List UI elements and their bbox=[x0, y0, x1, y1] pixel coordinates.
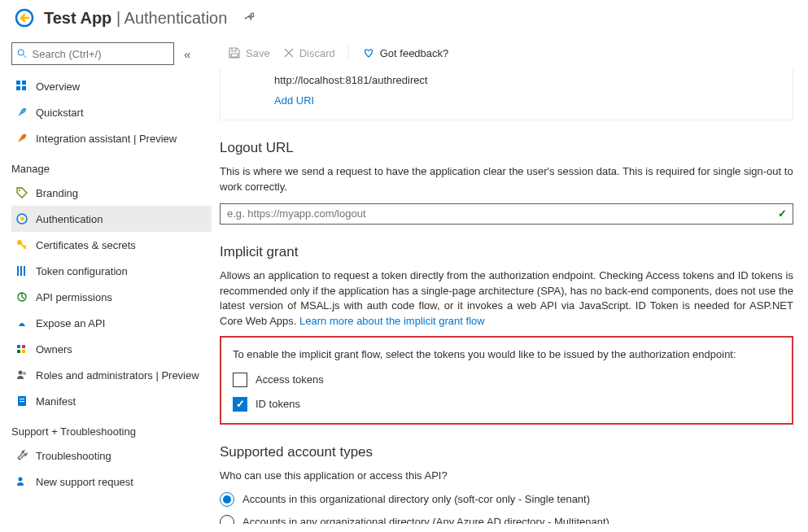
add-uri-link[interactable]: Add URI bbox=[274, 94, 760, 107]
svg-rect-4 bbox=[22, 81, 26, 85]
sidebar-item-label: Integration assistant | Preview bbox=[36, 133, 177, 145]
sidebar-item-label: Token configuration bbox=[36, 265, 128, 277]
access-tokens-checkbox[interactable] bbox=[233, 373, 247, 387]
implicit-grant-box: To enable the implicit grant flow, selec… bbox=[220, 336, 793, 425]
sidebar-item-label: Roles and administrators | Preview bbox=[36, 369, 199, 382]
sidebar-item-label: Branding bbox=[36, 187, 78, 199]
search-icon bbox=[17, 48, 28, 59]
svg-rect-10 bbox=[17, 266, 19, 276]
sidebar-item-manifest[interactable]: Manifest bbox=[11, 388, 212, 414]
implicit-learn-more-link[interactable]: Learn more about the implicit grant flow bbox=[299, 315, 485, 327]
svg-point-14 bbox=[21, 321, 24, 323]
sidebar-item-label: Overview bbox=[36, 81, 80, 93]
sidebar-item-certificates[interactable]: Certificates & secrets bbox=[11, 232, 212, 258]
discard-icon bbox=[283, 47, 295, 59]
sidebar-section-support: Support + Troubleshooting bbox=[11, 414, 212, 443]
sidebar-section-manage: Manage bbox=[11, 151, 212, 180]
heart-icon bbox=[362, 46, 375, 59]
roles-icon bbox=[15, 368, 29, 382]
svg-point-1 bbox=[18, 50, 24, 55]
sidebar-item-label: Owners bbox=[36, 343, 72, 355]
sidebar-item-authentication[interactable]: Authentication bbox=[11, 206, 212, 232]
logout-url-input[interactable] bbox=[220, 203, 793, 225]
check-icon: ✓ bbox=[778, 207, 787, 220]
implicit-title: Implicit grant bbox=[220, 244, 793, 260]
sidebar-item-branding[interactable]: Branding bbox=[11, 180, 212, 206]
svg-rect-23 bbox=[20, 401, 24, 402]
pin-icon[interactable] bbox=[245, 11, 256, 25]
owners-icon bbox=[15, 342, 29, 356]
svg-point-7 bbox=[19, 190, 20, 191]
save-button[interactable]: Save bbox=[228, 46, 270, 59]
page-header: Test App | Authentication bbox=[0, 0, 808, 36]
sidebar-item-label: Certificates & secrets bbox=[36, 239, 136, 251]
sidebar-item-label: Expose an API bbox=[36, 317, 105, 329]
sidebar-item-integration[interactable]: Integration assistant | Preview bbox=[11, 125, 212, 151]
support-icon bbox=[15, 474, 29, 489]
sidebar-item-api-permissions[interactable]: API permissions bbox=[11, 284, 212, 310]
sidebar-item-troubleshooting[interactable]: Troubleshooting bbox=[11, 443, 212, 469]
svg-rect-11 bbox=[20, 266, 22, 276]
logout-section: Logout URL This is where we send a reque… bbox=[220, 140, 793, 225]
multitenant-radio[interactable] bbox=[220, 515, 234, 524]
id-tokens-checkbox[interactable] bbox=[233, 397, 247, 412]
search-input[interactable] bbox=[33, 48, 168, 60]
implicit-grant-section: Implicit grant Allows an application to … bbox=[220, 244, 793, 425]
collapse-sidebar-icon[interactable]: « bbox=[184, 47, 190, 61]
svg-point-20 bbox=[23, 372, 26, 375]
sidebar-item-label: API permissions bbox=[36, 291, 112, 303]
tag-icon bbox=[15, 185, 29, 200]
api-perm-icon bbox=[15, 290, 29, 304]
feedback-button[interactable]: Got feedback? bbox=[362, 46, 449, 59]
sidebar-item-token-config[interactable]: Token configuration bbox=[11, 258, 212, 284]
implicit-box-text: To enable the implicit grant flow, selec… bbox=[233, 347, 780, 363]
sidebar-item-label: New support request bbox=[36, 476, 133, 488]
sidebar-item-label: Manifest bbox=[36, 395, 76, 408]
wrench-icon bbox=[15, 448, 29, 463]
sidebar-item-expose-api[interactable]: Expose an API bbox=[11, 310, 212, 336]
auth-icon bbox=[15, 211, 29, 226]
sidebar-item-label: Troubleshooting bbox=[36, 450, 111, 462]
svg-rect-17 bbox=[17, 350, 20, 353]
sidebar-item-owners[interactable]: Owners bbox=[11, 336, 212, 362]
manifest-icon bbox=[15, 394, 29, 408]
account-types-section: Supported account types Who can use this… bbox=[220, 444, 793, 524]
logout-text: This is where we send a request to have … bbox=[220, 164, 793, 195]
tokens-icon bbox=[15, 264, 29, 278]
sidebar-item-label: Quickstart bbox=[36, 107, 84, 119]
sidebar-item-overview[interactable]: Overview bbox=[11, 73, 212, 99]
sidebar-item-new-support[interactable]: New support request bbox=[11, 469, 212, 495]
svg-point-19 bbox=[19, 371, 23, 375]
multitenant-label: Accounts in any organizational directory… bbox=[242, 516, 609, 524]
grid-icon bbox=[15, 79, 29, 94]
sidebar-item-roles[interactable]: Roles and administrators | Preview bbox=[11, 362, 212, 388]
redirect-uri-box: http://localhost:8181/authredirect Add U… bbox=[220, 69, 793, 120]
redirect-uri-value: http://localhost:8181/authredirect bbox=[274, 74, 760, 86]
access-tokens-label: Access tokens bbox=[256, 373, 324, 386]
logout-title: Logout URL bbox=[220, 140, 793, 156]
page-title: Test App | Authentication bbox=[44, 9, 227, 28]
svg-rect-12 bbox=[24, 266, 25, 276]
svg-rect-15 bbox=[17, 345, 20, 348]
svg-rect-22 bbox=[20, 399, 24, 399]
account-types-title: Supported account types bbox=[220, 444, 793, 460]
toolbar: Save Discard Got feedback? bbox=[220, 36, 793, 69]
svg-rect-5 bbox=[16, 86, 20, 90]
sidebar-item-quickstart[interactable]: Quickstart bbox=[11, 99, 212, 125]
implicit-text: Allows an application to request a token… bbox=[220, 268, 793, 329]
sidebar-item-label: Authentication bbox=[36, 213, 103, 225]
svg-rect-3 bbox=[16, 81, 20, 85]
svg-rect-16 bbox=[22, 345, 25, 348]
sidebar: « Overview Quickstart Integration assist… bbox=[0, 36, 212, 524]
expose-icon bbox=[15, 316, 29, 330]
main-content: Save Discard Got feedback? http://localh… bbox=[212, 36, 808, 524]
account-types-text: Who can use this application or access t… bbox=[220, 469, 793, 484]
discard-button[interactable]: Discard bbox=[283, 47, 335, 59]
single-tenant-label: Accounts in this organizational director… bbox=[242, 493, 590, 505]
logo-icon bbox=[15, 8, 34, 28]
id-tokens-label: ID tokens bbox=[256, 398, 300, 410]
key-icon bbox=[15, 238, 29, 252]
single-tenant-radio[interactable] bbox=[220, 492, 234, 507]
search-box[interactable] bbox=[11, 42, 174, 65]
save-icon bbox=[228, 46, 241, 59]
